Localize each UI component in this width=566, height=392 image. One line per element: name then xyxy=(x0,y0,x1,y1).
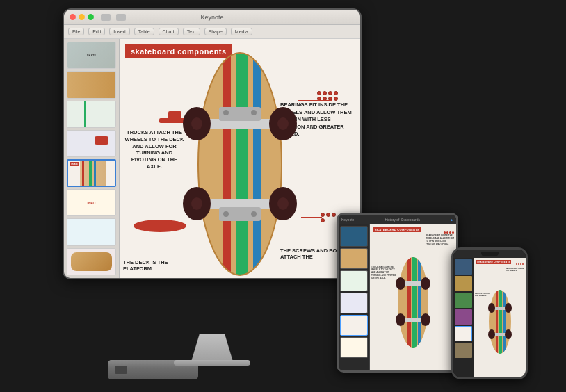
skateboard-image xyxy=(170,46,309,278)
dot-4 xyxy=(334,91,338,95)
iphone-thumb-3[interactable] xyxy=(455,293,472,308)
deck-icon xyxy=(132,218,188,236)
iphone-thumb-2[interactable] xyxy=(455,276,472,291)
iphone-skateboard-svg xyxy=(486,287,514,357)
iphone-screen: SKATEBOARD COMPONENTS xyxy=(453,250,526,377)
svg-point-18 xyxy=(191,197,202,210)
iphone-thumb-4[interactable] xyxy=(455,309,472,325)
iphone-dot-3 xyxy=(520,263,521,265)
window-title: Keynote xyxy=(200,14,223,21)
ipad-thumb-4[interactable] xyxy=(340,293,368,313)
iphone-thumb-6[interactable] xyxy=(455,343,472,358)
bearings-dots-top xyxy=(317,91,339,101)
iphone-bearings-annotation: BEARINGS FIT INSIDE THE WHEELS xyxy=(506,268,525,272)
slide-thumb-1[interactable]: SKATE xyxy=(67,42,116,69)
slide-thumb-4[interactable] xyxy=(67,130,116,157)
traffic-lights xyxy=(70,14,94,20)
toolbar-table[interactable]: Table xyxy=(134,28,154,35)
svg-point-35 xyxy=(421,313,430,326)
connector-line-deck xyxy=(182,229,203,229)
toolbar-edit[interactable]: Edit xyxy=(88,28,105,35)
ipad-thumb-3[interactable] xyxy=(340,270,368,291)
svg-point-24 xyxy=(134,220,186,232)
titlebar: Keynote xyxy=(64,10,360,25)
svg-rect-38 xyxy=(496,290,498,354)
slide-background: skateboard components BEARINGS FIT INSID xyxy=(120,39,360,278)
toolbar-media[interactable]: Media xyxy=(231,28,252,35)
screw-dot-2 xyxy=(326,213,330,217)
main-slide: skateboard components BEARINGS FIT INSID xyxy=(120,39,360,278)
ipad-title: History of Skateboards xyxy=(354,218,451,222)
dot-3 xyxy=(328,91,332,95)
iphone-dots xyxy=(516,263,524,265)
slide-thumb-2[interactable] xyxy=(67,71,116,98)
iphone-thumb-5[interactable] xyxy=(455,326,472,341)
ipad-thumb-2[interactable] xyxy=(340,248,368,269)
keynote-content: SKATE xyxy=(64,39,360,278)
toolbar-icon-2 xyxy=(116,14,126,21)
ipad-bearings-dots xyxy=(444,231,454,234)
ipad: Keynote History of Skateboards ▶ SKATEBO… xyxy=(337,213,458,373)
ipad-thumb-5[interactable] xyxy=(340,315,368,336)
ipad-topbar: Keynote History of Skateboards ▶ xyxy=(339,215,456,224)
keynote-toolbar: File Edit Insert Table Chart Text Shape … xyxy=(64,25,360,39)
toolbar-text[interactable]: Text xyxy=(183,28,200,35)
toolbar-chart[interactable]: Chart xyxy=(159,28,179,35)
slide-thumb-3[interactable] xyxy=(67,101,116,128)
slide-thumb-8[interactable] xyxy=(67,248,116,275)
ipad-dot-1 xyxy=(444,231,446,234)
ipad-dot-2 xyxy=(446,231,448,234)
connector-line-bearings xyxy=(298,100,332,101)
slide-thumb-6[interactable]: INFO xyxy=(67,189,116,216)
ipad-dot-4 xyxy=(452,231,454,234)
ipad-play-button[interactable]: ▶ xyxy=(451,218,453,222)
slide-thumb-img-1: SKATE xyxy=(67,42,115,68)
monitor-base xyxy=(174,360,250,366)
slide-thumb-7[interactable] xyxy=(67,218,116,245)
toolbar-file[interactable]: File xyxy=(68,28,84,35)
svg-point-33 xyxy=(421,277,430,290)
svg-rect-28 xyxy=(412,257,417,348)
iphone: SKATEBOARD COMPONENTS xyxy=(451,247,528,379)
titlebar-icons xyxy=(101,14,126,21)
toolbar-icon-1 xyxy=(101,14,111,21)
close-button[interactable] xyxy=(70,14,76,20)
ipad-bearings-annotation: BEARINGS FIT INSIDE THE WHEELS AND ALLOW… xyxy=(426,235,455,246)
svg-rect-6 xyxy=(253,53,261,275)
svg-point-45 xyxy=(488,329,495,339)
monitor-screen: Keynote File Edit Insert Table Chart Tex… xyxy=(64,10,360,278)
toolbar-shape[interactable]: Shape xyxy=(204,28,227,35)
slide-thumb-img-5: SKATE xyxy=(68,161,115,185)
main-monitor: Keynote File Edit Insert Table Chart Tex… xyxy=(63,8,362,279)
svg-point-44 xyxy=(505,303,512,313)
ipad-dot-3 xyxy=(449,231,451,234)
dot-2 xyxy=(323,91,327,95)
screws-dots xyxy=(321,213,336,222)
svg-point-17 xyxy=(277,117,289,130)
iphone-thumb-1[interactable] xyxy=(455,259,472,275)
screw-dot-3 xyxy=(332,213,336,217)
svg-rect-4 xyxy=(223,53,231,275)
dot-1 xyxy=(317,91,321,95)
fullscreen-button[interactable] xyxy=(88,14,94,20)
ipad-thumb-1[interactable] xyxy=(340,226,368,247)
iphone-content: SKATEBOARD COMPONENTS xyxy=(453,258,526,377)
slide-thumb-5[interactable]: SKATE xyxy=(67,159,116,186)
monitor-stand xyxy=(191,334,233,361)
deck-annotation: THE DECK IS THE PLATFORM xyxy=(123,259,186,273)
iphone-dot-4 xyxy=(522,263,524,265)
screw-dot-4 xyxy=(321,218,325,222)
svg-rect-40 xyxy=(503,290,506,354)
ipad-thumb-6[interactable] xyxy=(340,337,368,358)
iphone-sidebar xyxy=(453,258,474,377)
svg-point-21 xyxy=(251,110,257,115)
minimize-button[interactable] xyxy=(79,14,85,20)
ipad-skateboard-area xyxy=(370,234,456,370)
svg-rect-39 xyxy=(499,290,502,354)
ipad-content: SKATEBOARD COMPONENTS xyxy=(339,224,456,370)
iphone-topbar xyxy=(453,250,526,258)
slide-thumb-img-2 xyxy=(67,72,115,97)
toolbar-insert[interactable]: Insert xyxy=(109,28,130,35)
slide-panel: SKATE xyxy=(64,39,120,278)
slide-thumb-img-4 xyxy=(67,131,115,156)
